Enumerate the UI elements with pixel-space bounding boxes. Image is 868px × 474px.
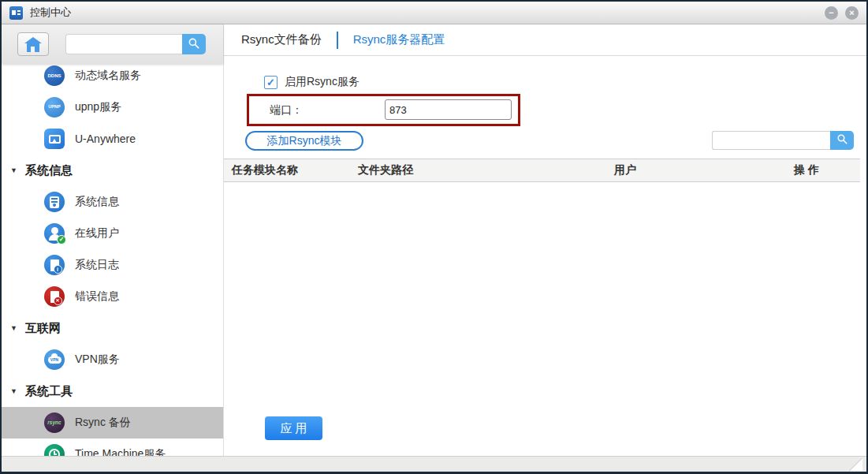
enable-rsync-label: 启用Rsync服务 [285, 75, 359, 89]
column-header-actions: 操 作 [794, 163, 819, 177]
window-body: DDNS 动态域名服务 UPNP upnp服务 U-Anywhere ▼ 系统信… [2, 24, 866, 456]
sidebar-item-label: Time Machine服务 [75, 447, 166, 456]
sidebar-item-label: U-Anywhere [75, 132, 136, 145]
sidebar-item-u-anywhere[interactable]: U-Anywhere [2, 123, 223, 155]
sidebar-item-ddns[interactable]: DDNS 动态域名服务 [2, 60, 223, 91]
search-icon [836, 133, 848, 147]
section-label: 系统信息 [25, 163, 73, 178]
sidebar-top-bar [2, 24, 223, 64]
main-panel: Rsync文件备份 Rsync服务器配置 ✓ 启用Rsync服务 端口： 添加R… [223, 24, 866, 456]
u-anywhere-icon [44, 129, 65, 149]
sidebar-item-time-machine[interactable]: Time Machine服务 [2, 439, 223, 456]
footer-bar [2, 456, 866, 472]
module-search [712, 131, 854, 150]
title-bar: 控制中心 − × [2, 2, 866, 24]
sidebar-item-system-log[interactable]: i 系统日志 [2, 249, 223, 281]
column-header-folder-path: 文件夹路径 [358, 163, 614, 177]
enable-rsync-checkbox[interactable]: ✓ [264, 76, 278, 89]
tab-bar: Rsync文件备份 Rsync服务器配置 [224, 24, 866, 56]
port-row-highlight: 端口： [247, 94, 520, 126]
chevron-down-icon: ▼ [10, 166, 17, 174]
sidebar-item-vpn[interactable]: VPN VPN服务 [2, 344, 223, 375]
sidebar: DDNS 动态域名服务 UPNP upnp服务 U-Anywhere ▼ 系统信… [2, 24, 223, 456]
sidebar-section-system-tools[interactable]: ▼ 系统工具 [2, 375, 223, 407]
column-header-user: 用户 [614, 163, 794, 177]
window-controls: − × [825, 6, 859, 20]
home-button[interactable] [17, 32, 49, 56]
sidebar-item-label: 在线用户 [75, 226, 119, 241]
window-title: 控制中心 [30, 6, 71, 20]
apply-button[interactable]: 应 用 [265, 416, 322, 440]
resize-grip[interactable] [850, 458, 862, 471]
column-header-module-name: 任务模块名称 [224, 163, 358, 177]
sidebar-item-label: upnp服务 [75, 100, 121, 114]
vpn-icon: VPN [44, 349, 65, 370]
minimize-button[interactable]: − [825, 6, 838, 20]
error-info-icon: ✕ [44, 286, 65, 307]
section-label: 系统工具 [25, 384, 73, 399]
add-rsync-module-button[interactable]: 添加Rsync模块 [245, 131, 363, 151]
control-center-icon [9, 6, 23, 20]
check-icon: ✓ [266, 77, 275, 88]
sidebar-item-label: VPN服务 [75, 353, 120, 367]
sidebar-item-label: 错误信息 [75, 289, 119, 304]
close-button[interactable]: × [845, 6, 859, 20]
sidebar-section-internet[interactable]: ▼ 互联网 [2, 312, 223, 344]
sidebar-item-label: 动态域名服务 [75, 69, 141, 83]
sidebar-search-input[interactable] [65, 34, 182, 54]
tab-rsync-server-config[interactable]: Rsync服务器配置 [345, 32, 453, 47]
enable-rsync-row: ✓ 启用Rsync服务 [264, 75, 359, 89]
chevron-down-icon: ▼ [10, 324, 17, 332]
sidebar-item-error-info[interactable]: ✕ 错误信息 [2, 281, 223, 312]
system-info-icon [44, 192, 65, 212]
tab-divider [337, 32, 338, 49]
upnp-icon: UPNP [44, 97, 65, 118]
home-icon [27, 43, 39, 52]
sidebar-search-button[interactable] [182, 34, 206, 54]
section-label: 互联网 [25, 321, 61, 336]
sidebar-section-system-info[interactable]: ▼ 系统信息 [2, 155, 223, 186]
rsync-icon: rsync [44, 412, 65, 433]
search-icon [188, 37, 200, 52]
sidebar-item-upnp[interactable]: UPNP upnp服务 [2, 91, 223, 123]
sidebar-search [65, 34, 206, 54]
ddns-icon: DDNS [44, 65, 65, 86]
sidebar-item-label: Rsync 备份 [75, 416, 131, 430]
time-machine-icon [44, 444, 65, 456]
module-search-button[interactable] [830, 131, 854, 150]
port-input[interactable] [385, 99, 512, 120]
module-search-input[interactable] [712, 131, 830, 150]
tab-rsync-file-backup[interactable]: Rsync文件备份 [233, 32, 330, 47]
system-log-icon: i [44, 255, 65, 275]
chevron-down-icon: ▼ [10, 387, 17, 395]
port-label: 端口： [270, 103, 303, 118]
sidebar-item-online-users[interactable]: ✓ 在线用户 [2, 218, 223, 249]
table-header-row: 任务模块名称 文件夹路径 用户 操 作 [224, 159, 860, 182]
sidebar-item-system-info[interactable]: 系统信息 [2, 186, 223, 218]
online-users-icon: ✓ [44, 223, 65, 244]
sidebar-item-rsync-backup[interactable]: rsync Rsync 备份 [2, 407, 223, 439]
sidebar-item-label: 系统日志 [75, 258, 119, 272]
sidebar-menu: DDNS 动态域名服务 UPNP upnp服务 U-Anywhere ▼ 系统信… [2, 60, 223, 456]
control-center-window: 控制中心 − × [0, 0, 868, 474]
sidebar-item-label: 系统信息 [75, 195, 119, 209]
